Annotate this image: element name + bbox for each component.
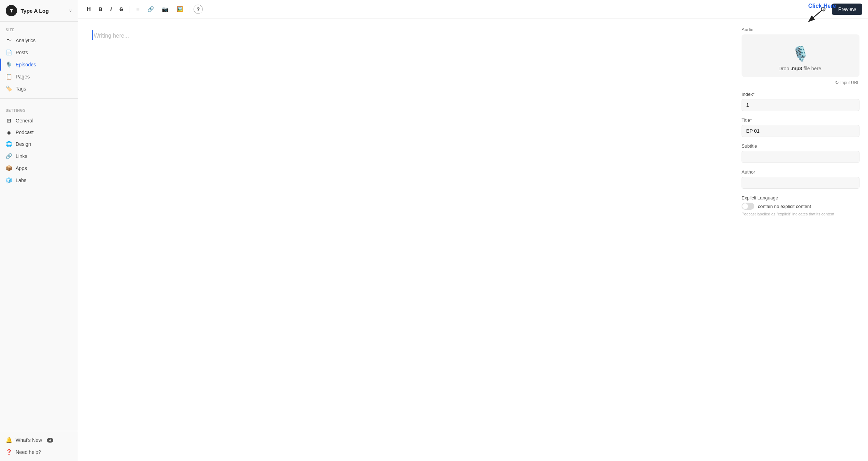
- sidebar-item-design[interactable]: 🌐 Design: [0, 138, 78, 150]
- toggle-row: contain no explicit content: [742, 203, 859, 210]
- sidebar-bottom: 🔔 What's New 4 ❓ Need help?: [0, 431, 78, 461]
- analytics-icon: 〜: [6, 37, 12, 44]
- settings-button[interactable]: ⚙: [818, 3, 828, 15]
- sidebar-item-posts[interactable]: 📄 Posts: [0, 46, 78, 59]
- labs-icon: 🧊: [6, 177, 12, 183]
- help-button[interactable]: ?: [194, 5, 203, 14]
- title-field: Title*: [742, 117, 859, 137]
- link-button[interactable]: 🔗: [145, 4, 157, 14]
- site-header[interactable]: T Type A Log ∨: [0, 0, 78, 22]
- image-button[interactable]: 🖼️: [174, 4, 186, 14]
- editor-area[interactable]: Writing here...: [78, 18, 733, 461]
- sidebar-item-links[interactable]: 🔗 Links: [0, 150, 78, 162]
- index-required: *: [753, 92, 755, 97]
- episodes-icon: 🎙️: [6, 61, 12, 68]
- sidebar-item-need-help[interactable]: ❓ Need help?: [0, 446, 78, 458]
- title-required: *: [750, 117, 752, 123]
- microphone-icon: 🎙️: [792, 45, 809, 62]
- explicit-toggle[interactable]: [742, 203, 754, 210]
- settings-section-label: SETTINGS: [0, 102, 78, 115]
- chevron-down-icon: ∨: [69, 8, 72, 13]
- sidebar-item-pages[interactable]: 📋 Pages: [0, 71, 78, 83]
- subtitle-input[interactable]: [742, 151, 859, 163]
- main-content: H B I S ≡ 🔗 📷 🖼️ ? Click Here: [78, 0, 868, 461]
- site-logo: T: [6, 5, 17, 16]
- input-url-row[interactable]: ↻ Input URL: [742, 80, 859, 85]
- sidebar-item-labs[interactable]: 🧊 Labs: [0, 174, 78, 186]
- sidebar-item-whats-new[interactable]: 🔔 What's New 4: [0, 434, 78, 446]
- strikethrough-button[interactable]: S: [117, 4, 126, 14]
- toolbar-divider-2: [190, 6, 190, 13]
- bold-button[interactable]: B: [96, 4, 105, 14]
- editor-cursor: [92, 30, 93, 40]
- site-name: Type A Log: [21, 8, 49, 14]
- list-button[interactable]: ≡: [134, 4, 142, 14]
- subtitle-field: Subtitle: [742, 143, 859, 163]
- title-label: Title*: [742, 117, 859, 123]
- sidebar-item-episodes[interactable]: 🎙️ Episodes: [0, 59, 78, 71]
- audio-label: Audio: [742, 27, 859, 32]
- tags-icon: 🏷️: [6, 86, 12, 92]
- sidebar-item-tags[interactable]: 🏷️ Tags: [0, 83, 78, 95]
- index-field: Index*: [742, 92, 859, 111]
- general-icon: ⊞: [6, 117, 12, 124]
- italic-button[interactable]: I: [107, 4, 114, 14]
- audio-dropzone[interactable]: 🎙️ Drop .mp3 file here.: [742, 34, 859, 77]
- index-label: Index*: [742, 92, 859, 97]
- camera-button[interactable]: 📷: [159, 4, 172, 14]
- apps-icon: 📦: [6, 165, 12, 171]
- posts-icon: 📄: [6, 49, 12, 56]
- toolbar: H B I S ≡ 🔗 📷 🖼️ ? Click Here: [78, 0, 868, 18]
- refresh-icon: ↻: [835, 80, 839, 85]
- sidebar-item-analytics[interactable]: 〜 Analytics: [0, 34, 78, 46]
- help-circle-icon: ❓: [6, 449, 12, 455]
- sidebar: T Type A Log ∨ SITE 〜 Analytics 📄 Posts …: [0, 0, 78, 461]
- author-input[interactable]: [742, 177, 859, 189]
- site-section-label: SITE: [0, 22, 78, 34]
- design-icon: 🌐: [6, 141, 12, 147]
- explicit-label: Explicit Language: [742, 195, 859, 201]
- subtitle-label: Subtitle: [742, 143, 859, 149]
- index-input[interactable]: [742, 99, 859, 111]
- links-icon: 🔗: [6, 153, 12, 159]
- heading-button[interactable]: H: [84, 4, 94, 14]
- podcast-icon: ◉: [6, 130, 12, 135]
- title-input[interactable]: [742, 125, 859, 137]
- input-url-label: Input URL: [840, 80, 859, 85]
- sidebar-item-general[interactable]: ⊞ General: [0, 115, 78, 127]
- bell-icon: 🔔: [6, 437, 12, 443]
- drop-format: .mp3: [791, 66, 802, 71]
- explicit-field: Explicit Language contain no explicit co…: [742, 195, 859, 216]
- sidebar-item-apps[interactable]: 📦 Apps: [0, 162, 78, 174]
- editor-panel: Writing here... Audio 🎙️ Drop .mp3 file …: [78, 18, 868, 461]
- right-panel: Audio 🎙️ Drop .mp3 file here. ↻ Input UR…: [733, 18, 868, 461]
- author-label: Author: [742, 169, 859, 175]
- preview-button[interactable]: Preview: [832, 4, 862, 15]
- toggle-label: contain no explicit content: [758, 204, 811, 209]
- author-field: Author: [742, 169, 859, 189]
- toolbar-right: Click Here ⚙ Preview: [818, 3, 862, 15]
- editor-placeholder: Writing here...: [94, 33, 129, 39]
- toolbar-divider-1: [130, 6, 130, 13]
- sidebar-item-podcast[interactable]: ◉ Podcast: [0, 127, 78, 138]
- audio-section: Audio 🎙️ Drop .mp3 file here. ↻ Input UR…: [742, 27, 859, 85]
- pages-icon: 📋: [6, 73, 12, 80]
- whats-new-badge: 4: [47, 438, 53, 443]
- explicit-subtext: Podcast labelled as "explicit" indicates…: [742, 212, 859, 216]
- drop-text: Drop .mp3 file here.: [779, 66, 823, 71]
